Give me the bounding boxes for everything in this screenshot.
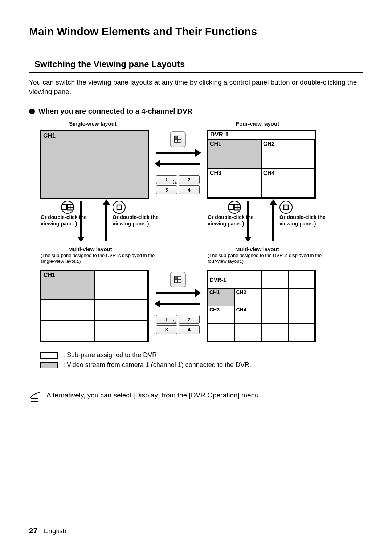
multi-view-r-ch1[interactable]: CH1 <box>208 289 235 306</box>
svg-rect-7 <box>117 205 121 209</box>
singleview-button-left1[interactable] <box>113 201 126 214</box>
section-heading-box: Switching the Viewing pane Layouts <box>29 56 363 73</box>
intro-text: You can switch the viewing pane layouts … <box>29 78 363 96</box>
singleview-button-right1[interactable] <box>279 201 293 214</box>
multiview-button-left1[interactable] <box>61 201 74 214</box>
single-view-pane[interactable]: CH1 <box>40 130 149 199</box>
four-view-ch1[interactable]: CH1 <box>208 140 261 169</box>
multi-view-four-pane[interactable]: DVR-1 CH1 CH2 CH3 CH4 <box>207 270 316 342</box>
legend-swatch-white <box>40 352 58 359</box>
multi-view-r-ch3[interactable]: CH3 <box>208 306 235 324</box>
label-multi-sub-r: (The sub-pane assigned to the DVR is dis… <box>208 253 324 264</box>
arrow-up-l1 <box>105 204 107 241</box>
four-view-ch3[interactable]: CH3 <box>208 169 261 198</box>
multiview-button-right1[interactable] <box>228 201 241 214</box>
channel-selector-3[interactable]: 3 <box>156 185 177 194</box>
footer-lang: English <box>44 527 66 535</box>
arrow-left-top <box>160 163 200 165</box>
label-dblclick-3: Or double-click the viewing pane. ) <box>208 214 255 227</box>
label-four-view: Four-view layout <box>236 121 279 127</box>
label-dblclick-1: Or double-click the viewing pane. ) <box>41 214 88 227</box>
arrow-right-bottom <box>156 292 196 294</box>
page-number: 27 <box>29 526 37 535</box>
svg-rect-11 <box>284 205 288 209</box>
multi-view-title: DVR-1 <box>208 271 261 289</box>
label-multi-view-l: Multi-view layout <box>68 246 112 252</box>
svg-rect-15 <box>175 277 177 279</box>
channel-selector-b3[interactable]: 3 <box>156 325 177 334</box>
grid-icon <box>67 204 73 211</box>
layout-toggle-button-top[interactable] <box>170 131 186 147</box>
multi-view-ch1[interactable]: CH1 <box>41 271 94 300</box>
arrow-right-top <box>156 152 196 154</box>
cursor-icon <box>173 319 178 325</box>
four-view-ch2[interactable]: CH2 <box>261 140 315 169</box>
label-dblclick-4: Or double-click the viewing pane. ) <box>279 214 327 227</box>
channel-selector-2[interactable]: 2 <box>179 175 200 184</box>
legend-text-2: : Video stream from camera 1 (channel 1)… <box>63 361 251 369</box>
four-split-icon <box>174 276 182 283</box>
label-dblclick-2: Or double-click the viewing pane. ) <box>113 214 160 227</box>
note-row: Alternatively, you can select [Display] … <box>29 391 363 402</box>
cursor-icon <box>173 180 178 185</box>
four-view-ch4[interactable]: CH4 <box>261 169 315 198</box>
legend: : Sub-pane assigned to the DVR : Video s… <box>40 351 251 371</box>
section-heading: Switching the Viewing pane Layouts <box>34 59 358 69</box>
note-icon <box>29 391 41 402</box>
arrow-up-r1 <box>272 204 274 241</box>
footer: 27 English <box>29 526 66 535</box>
four-view-pane[interactable]: DVR-1 CH1 CH2 CH3 CH4 <box>207 130 316 199</box>
label-single-view: Single-view layout <box>69 121 117 127</box>
single-view-ch-label: CH1 <box>43 132 146 139</box>
channel-selector-top[interactable]: 1 2 3 4 <box>156 175 200 194</box>
layout-toggle-button-bottom[interactable] <box>170 272 186 287</box>
multi-view-r-ch2[interactable]: CH2 <box>235 289 262 306</box>
page-title: Main Window Elements and Their Functions <box>29 25 363 38</box>
bullet-icon <box>29 109 35 114</box>
grid-icon <box>234 204 240 211</box>
diagram: Single-view layout Four-view layout CH1 … <box>29 119 363 373</box>
label-multi-sub-l: (The sub-pane assigned to the DVR is dis… <box>41 253 157 264</box>
channel-selector-b2[interactable]: 2 <box>179 315 200 324</box>
arrow-left-bottom <box>160 303 200 305</box>
channel-selector-bottom[interactable]: 1 2 3 4 <box>156 315 200 334</box>
multi-view-single-pane[interactable]: CH1 <box>40 270 149 342</box>
legend-text-1: : Sub-pane assigned to the DVR <box>63 351 157 359</box>
square-icon <box>283 204 289 210</box>
subheading: When you are connected to a 4-channel DV… <box>38 107 193 115</box>
channel-selector-4[interactable]: 4 <box>179 185 200 194</box>
legend-swatch-grey <box>40 362 58 368</box>
four-split-icon <box>174 135 182 143</box>
square-icon <box>116 204 122 210</box>
multi-view-r-ch4[interactable]: CH4 <box>235 306 262 324</box>
svg-rect-3 <box>175 136 177 139</box>
label-multi-view-r: Multi-view layout <box>235 246 279 252</box>
note-text: Alternatively, you can select [Display] … <box>46 391 261 399</box>
subheading-row: When you are connected to a 4-channel DV… <box>29 107 363 115</box>
channel-selector-b4[interactable]: 4 <box>179 325 200 334</box>
four-view-title: DVR-1 <box>208 131 315 140</box>
